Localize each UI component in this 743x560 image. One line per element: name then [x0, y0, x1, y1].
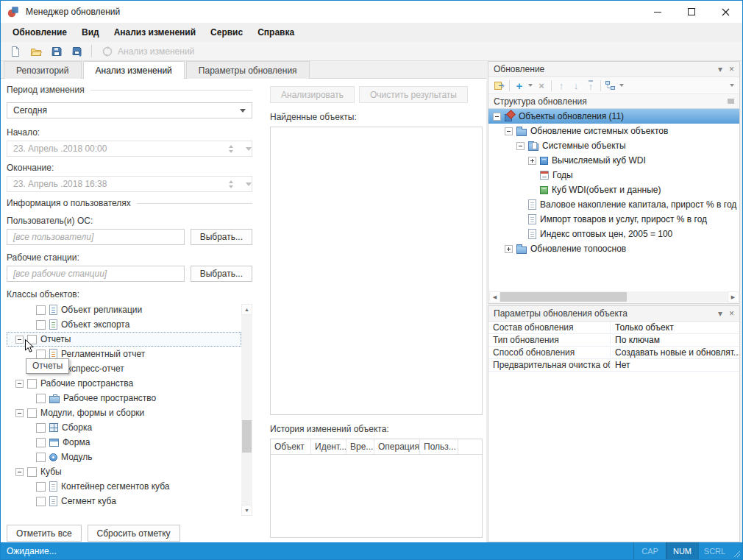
panel-menu-icon[interactable]: ▾ [718, 309, 722, 318]
menu-update[interactable]: Обновление [5, 23, 74, 42]
tree-item-reports[interactable]: Отчеты [7, 332, 241, 347]
open-update-button[interactable] [492, 78, 507, 93]
checkbox[interactable] [36, 350, 46, 359]
toolbar-overflow-button[interactable] [728, 78, 736, 93]
column-identifier[interactable]: Идент... [311, 439, 346, 454]
collapse-icon[interactable] [15, 409, 24, 417]
expand-icon[interactable] [505, 245, 513, 253]
tree-item-workspace[interactable]: Рабочее пространство [7, 391, 241, 405]
close-icon[interactable]: × [729, 309, 734, 318]
scroll-up-button[interactable]: ▲ [241, 304, 252, 315]
scroll-left-button[interactable]: ◀ [489, 291, 500, 302]
checkbox[interactable] [36, 453, 46, 462]
collapse-icon[interactable] [15, 336, 24, 344]
param-value[interactable]: Только объект [611, 322, 739, 333]
tab-update-parameters[interactable]: Параметры обновления [186, 61, 310, 79]
workstations-choose-button[interactable]: Выбрать... [191, 266, 252, 282]
menu-help[interactable]: Справка [250, 23, 302, 42]
os-users-input[interactable] [7, 229, 185, 245]
collapse-icon[interactable] [505, 127, 513, 135]
save-copy-button[interactable] [67, 43, 88, 60]
move-up-button[interactable]: ↑ [554, 78, 569, 93]
close-button[interactable] [708, 1, 742, 23]
add-object-dropdown[interactable] [527, 78, 534, 93]
end-date-spinner[interactable] [225, 180, 237, 188]
start-date-dropdown[interactable] [237, 141, 252, 156]
checkbox[interactable] [36, 320, 46, 330]
structure-column-header[interactable]: Структура обновления [488, 94, 739, 109]
checkbox[interactable] [36, 438, 46, 447]
menu-service[interactable]: Сервис [203, 23, 250, 42]
update-tree-item-root[interactable]: Объекты обновления (11) [488, 109, 739, 124]
open-button[interactable] [26, 43, 46, 60]
param-value[interactable]: Нет [611, 360, 739, 370]
tree-view-dropdown[interactable] [618, 78, 625, 93]
tree-vertical-scrollbar[interactable]: ▲ ▼ [241, 304, 252, 516]
tree-item-form[interactable]: Форма [7, 435, 241, 450]
checkbox[interactable] [36, 394, 46, 403]
save-button[interactable] [46, 43, 67, 60]
update-tree-item-gross-capital[interactable]: Валовое накопление капитала, прирост % в… [488, 197, 739, 212]
collapse-icon[interactable] [516, 142, 525, 150]
update-tree-item-calculated-cube[interactable]: Вычисляемый куб WDI [488, 153, 739, 168]
checkbox[interactable] [27, 408, 37, 418]
update-tree-item-system-update[interactable]: Обновление системных объектов [488, 124, 739, 138]
analyze-button[interactable]: Анализировать [270, 86, 355, 103]
analysis-toolbar-button[interactable]: Анализ изменений [96, 46, 200, 57]
menu-view[interactable]: Вид [74, 23, 107, 42]
found-objects-listbox[interactable] [270, 127, 483, 415]
column-object[interactable]: Объект [271, 439, 311, 454]
update-tree-item-import-goods[interactable]: Импорт товаров и услуг, прирост % в год [488, 212, 739, 227]
checkbox[interactable] [27, 467, 37, 477]
select-all-button[interactable]: Отметить все [7, 525, 82, 542]
scroll-down-button[interactable]: ▼ [241, 505, 252, 516]
update-tree-item-cube-wdi[interactable]: Куб WDI(объект и данные) [488, 182, 739, 197]
collapse-icon[interactable] [493, 113, 501, 121]
tab-change-analysis[interactable]: Анализ изменений [83, 61, 185, 79]
tree-item-export-object[interactable]: Объект экспорта [7, 317, 241, 332]
close-icon[interactable]: × [729, 65, 734, 74]
chevron-down-icon[interactable] [240, 109, 246, 113]
param-value[interactable]: По ключам [611, 335, 739, 345]
checkbox[interactable] [36, 497, 46, 506]
column-time[interactable]: Вре... [346, 439, 374, 454]
checkbox[interactable] [36, 482, 46, 492]
param-value[interactable]: Создавать новые и обновлят... [611, 347, 739, 358]
minimize-button[interactable] [641, 1, 675, 23]
scrollbar-thumb[interactable] [500, 292, 627, 302]
update-tree-item-years[interactable]: Годы [488, 168, 739, 182]
collapse-icon[interactable] [15, 468, 24, 476]
scrollbar-thumb[interactable] [242, 420, 252, 453]
end-date-field[interactable]: 23. Апрель .2018 16:38 [7, 176, 252, 192]
move-down-button[interactable]: ↓ [569, 78, 583, 93]
end-date-dropdown[interactable] [237, 177, 252, 191]
workstations-input[interactable] [7, 266, 185, 282]
start-date-spinner[interactable] [225, 145, 237, 153]
period-combobox[interactable]: Сегодня [7, 102, 252, 118]
os-users-choose-button[interactable]: Выбрать... [191, 229, 252, 245]
scrollbar-track[interactable] [627, 291, 728, 302]
tree-item-assembly[interactable]: Сборка [7, 420, 241, 435]
menu-change-analysis[interactable]: Анализ изменений [107, 23, 203, 42]
tree-item-modules-forms-assemblies[interactable]: Модули, формы и сборки [7, 405, 241, 420]
column-operation[interactable]: Операция [374, 439, 420, 454]
column-options-icon[interactable] [728, 99, 734, 104]
reset-selection-button[interactable]: Сбросить отметку [88, 525, 180, 542]
new-button[interactable] [5, 43, 26, 60]
expand-icon[interactable] [528, 157, 536, 165]
collapse-icon[interactable] [15, 380, 24, 388]
delete-object-button[interactable]: × [534, 78, 549, 93]
column-user[interactable]: Польз... [420, 439, 458, 454]
clear-results-button[interactable]: Очистить результаты [359, 86, 468, 103]
start-date-field[interactable]: 23. Апрель .2018 00:00 [7, 141, 252, 157]
update-tree-item-system-objects[interactable]: Системные объекты [488, 138, 739, 153]
checkbox[interactable] [36, 305, 46, 315]
horizontal-scrollbar[interactable]: ◀ ▶ [489, 291, 739, 302]
panel-menu-icon[interactable]: ▾ [718, 65, 722, 74]
scroll-right-button[interactable]: ▶ [728, 291, 739, 302]
tree-item-replication-object[interactable]: Объект репликации [7, 302, 241, 317]
add-object-button[interactable]: + [512, 78, 527, 93]
tree-item-cube-segment[interactable]: Сегмент куба [7, 494, 241, 508]
tab-repository[interactable]: Репозиторий [4, 61, 82, 79]
checkbox[interactable] [36, 423, 46, 433]
